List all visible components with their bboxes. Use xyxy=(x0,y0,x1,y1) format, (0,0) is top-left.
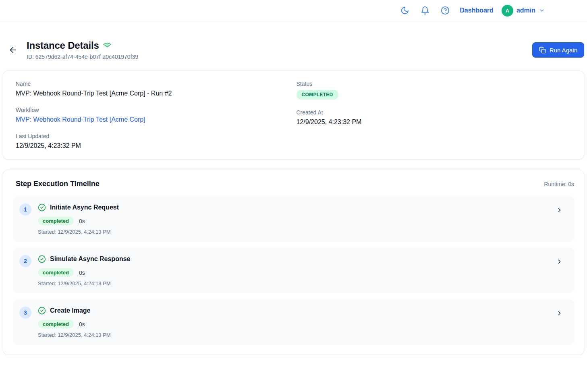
details-left-column: Name MVP: Webhook Round-Trip Test [Acme … xyxy=(13,81,294,149)
page-title: Instance Details xyxy=(27,40,99,51)
step-status-badge: completed xyxy=(38,320,74,328)
page-header: Instance Details ID: 62579d62-af74-454e-… xyxy=(3,40,584,60)
copy-icon xyxy=(539,47,546,54)
arrow-left-icon xyxy=(8,46,17,54)
last-updated-value: 12/9/2025, 4:23:32 PM xyxy=(16,142,294,149)
help-button[interactable] xyxy=(438,3,452,18)
instance-id: ID: 62579d62-af74-454e-b07f-a0c401970f39 xyxy=(27,54,138,60)
page-content: Instance Details ID: 62579d62-af74-454e-… xyxy=(0,40,587,379)
step-status-badge: completed xyxy=(38,217,74,225)
notifications-button[interactable] xyxy=(418,3,432,18)
step-title: Create Image xyxy=(50,307,91,314)
step-number-badge: 1 xyxy=(19,203,31,216)
name-label: Name xyxy=(16,81,294,87)
status-label: Status xyxy=(297,81,575,87)
status-badge: COMPLETED xyxy=(297,90,338,100)
step-started-at: Started: 12/9/2025, 4:24:13 PM xyxy=(38,332,556,338)
run-again-label: Run Again xyxy=(550,47,577,54)
created-at-field: Created At 12/9/2025, 4:23:32 PM xyxy=(297,109,575,126)
step-body: Simulate Async Response completed 0s Sta… xyxy=(38,254,556,286)
step-started-at: Started: 12/9/2025, 4:24:13 PM xyxy=(38,280,556,286)
step-number-badge: 2 xyxy=(19,255,31,267)
user-menu[interactable]: A admin xyxy=(502,5,545,17)
dashboard-link[interactable]: Dashboard xyxy=(460,7,494,14)
name-field: Name MVP: Webhook Round-Trip Test [Acme … xyxy=(16,81,294,97)
status-field: Status COMPLETED xyxy=(297,81,575,100)
check-circle-icon xyxy=(38,203,46,212)
username: admin xyxy=(516,7,535,14)
step-duration: 0s xyxy=(79,270,85,276)
name-value: MVP: Webhook Round-Trip Test [Acme Corp]… xyxy=(16,90,294,97)
timeline-step-1[interactable]: 1 Initiate Async Request completed 0s St… xyxy=(13,196,574,242)
workflow-field: Workflow MVP: Webhook Round-Trip Test [A… xyxy=(16,107,294,123)
chevron-right-icon[interactable] xyxy=(556,207,563,214)
step-execution-timeline-card: Step Execution Timeline Runtime: 0s 1 In… xyxy=(3,170,584,355)
check-circle-icon xyxy=(38,255,46,263)
step-started-at: Started: 12/9/2025, 4:24:13 PM xyxy=(38,229,556,235)
check-circle-icon xyxy=(38,307,46,315)
details-right-column: Status COMPLETED Created At 12/9/2025, 4… xyxy=(294,81,575,149)
back-button[interactable] xyxy=(6,43,20,57)
wifi-live-icon xyxy=(103,41,111,50)
help-circle-icon xyxy=(441,6,450,15)
step-number-badge: 3 xyxy=(19,307,31,319)
last-updated-label: Last Updated xyxy=(16,133,294,139)
chevron-right-icon[interactable] xyxy=(556,310,563,317)
avatar: A xyxy=(502,5,513,17)
created-at-label: Created At xyxy=(297,109,575,116)
step-body: Initiate Async Request completed 0s Star… xyxy=(38,203,556,235)
timeline-step-3[interactable]: 3 Create Image completed 0s Started: 12/… xyxy=(13,299,574,345)
step-title: Simulate Async Response xyxy=(50,255,130,263)
runtime-label: Runtime: 0s xyxy=(544,181,574,187)
last-updated-field: Last Updated 12/9/2025, 4:23:32 PM xyxy=(16,133,294,149)
step-duration: 0s xyxy=(79,321,85,328)
workflow-link[interactable]: MVP: Webhook Round-Trip Test [Acme Corp] xyxy=(16,116,145,123)
top-navbar: Dashboard A admin xyxy=(0,0,587,21)
timeline-title: Step Execution Timeline xyxy=(16,180,100,188)
run-again-button[interactable]: Run Again xyxy=(532,42,584,58)
bell-icon xyxy=(421,6,429,15)
created-at-value: 12/9/2025, 4:23:32 PM xyxy=(297,118,575,126)
step-status-badge: completed xyxy=(38,268,74,277)
timeline-step-2[interactable]: 2 Simulate Async Response completed 0s S… xyxy=(13,248,574,293)
moon-icon xyxy=(400,6,409,15)
timeline-header: Step Execution Timeline Runtime: 0s xyxy=(13,180,574,196)
step-body: Create Image completed 0s Started: 12/9/… xyxy=(38,306,556,338)
step-title: Initiate Async Request xyxy=(50,204,119,211)
chevron-down-icon xyxy=(539,7,545,14)
chevron-right-icon[interactable] xyxy=(556,258,563,265)
dark-mode-toggle[interactable] xyxy=(398,3,412,18)
workflow-label: Workflow xyxy=(16,107,294,113)
step-duration: 0s xyxy=(79,218,85,224)
instance-details-card: Name MVP: Webhook Round-Trip Test [Acme … xyxy=(3,71,584,160)
